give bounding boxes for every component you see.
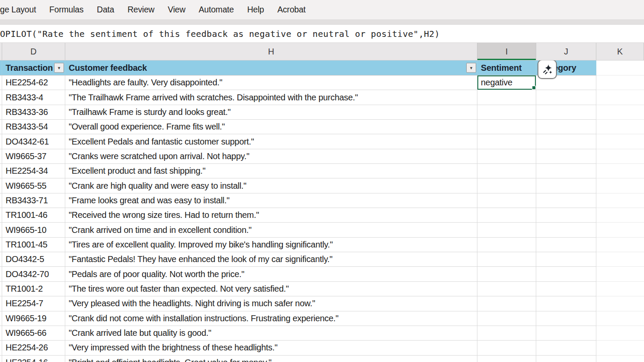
cell-sentiment[interactable] (477, 120, 536, 134)
cell-sentiment[interactable] (477, 341, 536, 355)
cell-transaction-id[interactable]: DO4342-61 (2, 134, 65, 149)
cell-sentiment[interactable] (477, 326, 536, 341)
cell-category[interactable] (536, 252, 596, 267)
cell-sentiment[interactable] (477, 208, 536, 223)
cell-k-empty[interactable] (596, 90, 644, 105)
cell-customer-feedback[interactable]: "Tires are of excellent quality. Improve… (65, 238, 477, 252)
cell-sentiment[interactable] (477, 282, 536, 296)
cell-transaction-id[interactable]: WI9665-37 (2, 149, 65, 164)
header-cell-transaction-id[interactable]: Transaction ID ▾ (2, 60, 65, 75)
cell-k-empty[interactable] (596, 208, 644, 223)
cell-transaction-id[interactable]: RB3433-36 (2, 105, 65, 120)
cell-k-empty[interactable] (596, 252, 644, 267)
cell-k-empty[interactable] (596, 296, 644, 311)
cell-category[interactable] (536, 193, 596, 208)
cell-transaction-id[interactable]: WI9665-66 (2, 326, 65, 341)
header-cell-sentiment[interactable]: Sentiment (477, 60, 536, 75)
cell-category[interactable] (536, 149, 596, 164)
cell-transaction-id[interactable]: DO4342-70 (2, 267, 65, 281)
cell-transaction-id[interactable]: HE2254-16 (2, 356, 65, 362)
cell-transaction-id[interactable]: HE2254-7 (2, 296, 65, 311)
cell-transaction-id[interactable]: WI9665-19 (2, 311, 65, 326)
cell-category[interactable] (536, 178, 596, 193)
cell-category[interactable] (536, 120, 596, 134)
cell-sentiment[interactable] (477, 164, 536, 178)
cell-sentiment[interactable] (477, 311, 536, 326)
cell-sentiment[interactable] (477, 296, 536, 311)
cell-customer-feedback[interactable]: "Excellent Pedals and fantastic customer… (65, 134, 477, 149)
ribbon-tab-help[interactable]: Help (247, 5, 264, 15)
cell-category[interactable] (536, 326, 596, 341)
cell-k-empty[interactable] (596, 149, 644, 164)
cell-customer-feedback[interactable]: "Very impressed with the brightness of t… (65, 341, 477, 355)
cell-transaction-id[interactable]: DO4342-5 (2, 252, 65, 267)
cell-k-empty[interactable] (596, 282, 644, 296)
cell-transaction-id[interactable]: WI9665-55 (2, 178, 65, 193)
cell-customer-feedback[interactable]: "Headlights are faulty. Very disappointe… (65, 75, 477, 90)
cell-transaction-id[interactable]: RB3433-54 (2, 120, 65, 134)
cell-sentiment[interactable] (477, 149, 536, 164)
cell-k-empty[interactable] (596, 341, 644, 355)
cell-category[interactable] (536, 223, 596, 237)
cell-customer-feedback[interactable]: "Cranks were scratched upon arrival. Not… (65, 149, 477, 164)
cell-transaction-id[interactable]: HE2254-26 (2, 341, 65, 355)
cell-sentiment[interactable] (477, 238, 536, 252)
ribbon-tab-formulas[interactable]: Formulas (49, 5, 84, 15)
cell-k-empty[interactable] (596, 105, 644, 120)
cell-transaction-id[interactable]: TR1001-46 (2, 208, 65, 223)
cell-sentiment[interactable] (477, 267, 536, 281)
cell-category[interactable] (536, 267, 596, 281)
cell-category[interactable] (536, 341, 596, 355)
cell-customer-feedback[interactable]: "Very pleased with the headlights. Night… (65, 296, 477, 311)
cell-category[interactable] (536, 105, 596, 120)
cell-transaction-id[interactable]: RB3433-4 (2, 90, 65, 105)
column-header-i[interactable]: I (477, 43, 536, 60)
ribbon-tab-ge-layout[interactable]: ge Layout (0, 5, 36, 15)
cell-sentiment[interactable] (477, 90, 536, 105)
cell-category[interactable] (536, 296, 596, 311)
cell-category[interactable] (536, 282, 596, 296)
cell-customer-feedback[interactable]: "Received the wrong size tires. Had to r… (65, 208, 477, 223)
cell-k-empty[interactable] (596, 193, 644, 208)
cell-customer-feedback[interactable]: "Crank are high quality and were easy to… (65, 178, 477, 193)
ribbon-tab-data[interactable]: Data (97, 5, 114, 15)
cell-k-empty[interactable] (596, 120, 644, 134)
cell-customer-feedback[interactable]: "Excellent product and fast shipping." (65, 164, 477, 178)
cell-customer-feedback[interactable]: "Frame looks great and was easy to insta… (65, 193, 477, 208)
cell-k-empty[interactable] (596, 238, 644, 252)
copilot-suggestion-button[interactable] (538, 60, 557, 79)
column-header-k[interactable]: K (596, 43, 644, 60)
cell-sentiment[interactable] (477, 223, 536, 237)
cell-sentiment[interactable] (477, 193, 536, 208)
cell-k-empty[interactable] (596, 75, 644, 90)
filter-dropdown-transaction[interactable]: ▾ (54, 63, 64, 73)
filter-dropdown-feedback[interactable]: ▾ (466, 63, 476, 73)
cell-k-empty[interactable] (596, 267, 644, 281)
header-cell-k-empty[interactable] (596, 60, 644, 75)
formula-bar[interactable]: OPILOT("Rate the sentiment of this feedb… (0, 25, 644, 43)
cell-sentiment[interactable]: negative (477, 75, 536, 90)
ribbon-tab-view[interactable]: View (168, 5, 185, 15)
cell-sentiment[interactable] (477, 178, 536, 193)
cell-transaction-id[interactable]: WI9665-10 (2, 223, 65, 237)
cell-transaction-id[interactable]: TR1001-2 (2, 282, 65, 296)
cell-category[interactable] (536, 238, 596, 252)
cell-category[interactable] (536, 90, 596, 105)
cell-customer-feedback[interactable]: "Trailhawk Frame is sturdy and looks gre… (65, 105, 477, 120)
cell-transaction-id[interactable]: RB3433-71 (2, 193, 65, 208)
cell-transaction-id[interactable]: TR1001-45 (2, 238, 65, 252)
cell-transaction-id[interactable]: HE2254-62 (2, 75, 65, 90)
cell-customer-feedback[interactable]: "Crank did not come with installation in… (65, 311, 477, 326)
cell-customer-feedback[interactable]: "Crank arrived late but quality is good.… (65, 326, 477, 341)
cell-k-empty[interactable] (596, 134, 644, 149)
ribbon-tab-acrobat[interactable]: Acrobat (277, 5, 306, 15)
cell-sentiment[interactable] (477, 134, 536, 149)
cell-transaction-id[interactable]: HE2254-34 (2, 164, 65, 178)
column-header-d[interactable]: D (2, 43, 65, 60)
cell-category[interactable] (536, 356, 596, 362)
cell-k-empty[interactable] (596, 311, 644, 326)
cell-customer-feedback[interactable]: "Overall good experience. Frame fits wel… (65, 120, 477, 134)
ribbon-tab-automate[interactable]: Automate (199, 5, 234, 15)
cell-customer-feedback[interactable]: "The Trailhawk Frame arrived with scratc… (65, 90, 477, 105)
cell-sentiment[interactable] (477, 252, 536, 267)
